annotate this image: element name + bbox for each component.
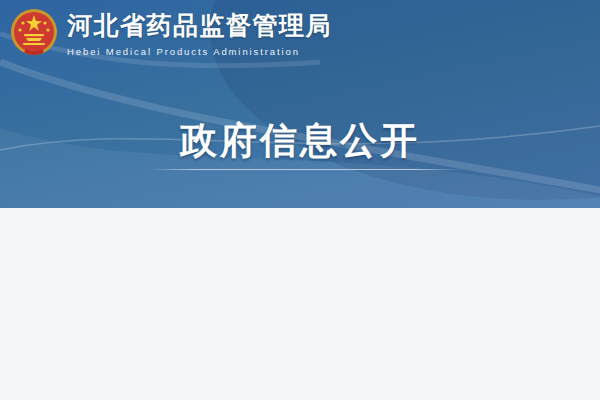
- national-emblem-icon: [10, 8, 58, 58]
- site-name-zh: 河北省药品监督管理局: [67, 9, 332, 42]
- content-section: 当前位置：首页>政府信息公开>法定主动公开内容>政策解读 索引号 FGWJ-20…: [0, 208, 600, 400]
- hero-title: 政府信息公开: [0, 116, 600, 166]
- site-titles: 河北省药品监督管理局 Hebei Medical Products Admini…: [67, 9, 332, 57]
- site-logo-block[interactable]: 河北省药品监督管理局 Hebei Medical Products Admini…: [10, 8, 332, 58]
- page: 河北省药品监督管理局 Hebei Medical Products Admini…: [0, 0, 600, 400]
- site-name-en: Hebei Medical Products Administration: [67, 46, 332, 57]
- top-banner: 河北省药品监督管理局 Hebei Medical Products Admini…: [0, 0, 600, 208]
- hero-underline: [148, 169, 462, 170]
